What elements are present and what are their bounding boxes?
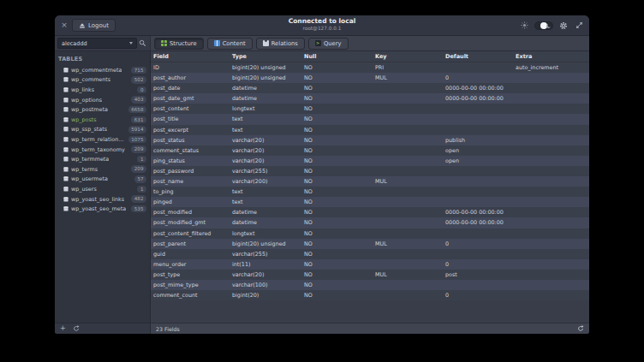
table-name: wp_yoast_seo_meta (71, 205, 126, 212)
field-row[interactable]: to_ping text NO (151, 187, 589, 197)
table-name: wp_terms (71, 166, 98, 173)
eject-icon (79, 22, 86, 29)
field-row[interactable]: comment_status varchar(20) NO open (151, 145, 589, 156)
row-count-badge: 403 (131, 96, 146, 104)
sun-icon (519, 21, 529, 31)
table-list-item[interactable]: wp_terms 209 (55, 164, 150, 175)
field-row[interactable]: post_password varchar(255) NO (151, 166, 589, 176)
default-cell: post (443, 270, 513, 280)
key-cell: MUL (373, 239, 443, 249)
table-name: wp_term_taxonomy (71, 146, 125, 153)
dark-mode-toggle[interactable] (534, 21, 553, 30)
table-name: wp_options (71, 97, 102, 104)
empty-area (151, 300, 589, 323)
field-row[interactable]: pinged text NO (151, 197, 589, 207)
row-count-badge: 1075 (128, 136, 146, 144)
table-icon (63, 107, 69, 112)
table-list-item[interactable]: wp_links 0 (55, 85, 150, 95)
table-list-item[interactable]: wp_usermeta 57 (55, 175, 150, 185)
null-cell: NO (301, 217, 373, 228)
tab-label: Content (223, 40, 246, 47)
view-tab[interactable]: Content (207, 38, 253, 50)
search-icon (139, 39, 146, 47)
table-list-item[interactable]: wp_users 1 (55, 184, 150, 194)
default-cell (443, 176, 513, 187)
window-close-button[interactable]: × (60, 21, 69, 29)
field-row[interactable]: post_date_gmt datetime NO 0000-00-00 00:… (151, 93, 589, 104)
field-row[interactable]: post_modified datetime NO 0000-00-00 00:… (151, 207, 589, 217)
table-list-item[interactable]: wp_term_taxonomy 209 (55, 145, 150, 155)
type-cell: datetime (230, 83, 301, 93)
extra-cell (513, 104, 589, 114)
type-cell: text (230, 114, 301, 124)
table-list-item[interactable]: wp_posts 631 (55, 115, 150, 125)
content-icon (214, 40, 220, 46)
logout-button[interactable]: Logout (72, 19, 116, 32)
table-list-item[interactable]: wp_yoast_seo_links 482 (55, 194, 150, 205)
field-name-cell: post_content (151, 104, 230, 114)
field-row[interactable]: post_content_filtered longtext NO (151, 228, 589, 239)
database-selector[interactable]: alecaddd (57, 38, 137, 49)
field-row[interactable]: post_parent bigint(20) unsigned NO MUL 0 (151, 239, 589, 249)
view-tab[interactable]: Query (308, 38, 349, 50)
refresh-structure-icon[interactable] (577, 325, 584, 332)
table-list-item[interactable]: wp_comments 502 (55, 75, 150, 86)
null-cell: NO (301, 187, 373, 197)
search-tables-button[interactable] (137, 38, 147, 49)
table-list-item[interactable]: wp_commentmeta 715 (55, 65, 150, 75)
view-tab[interactable]: Structure (154, 38, 204, 50)
column-header: Key (373, 51, 443, 62)
settings-gear-icon[interactable] (558, 21, 569, 31)
type-cell: varchar(255) (230, 166, 301, 176)
table-icon (63, 127, 69, 132)
type-cell: varchar(100) (230, 280, 301, 290)
field-name-cell: comment_count (151, 290, 230, 300)
key-cell (373, 249, 443, 259)
table-icon (63, 167, 69, 172)
table-list-item[interactable]: wp_termmeta 1 (55, 154, 150, 164)
field-name-cell: post_modified_gmt (151, 217, 230, 228)
field-row[interactable]: post_mime_type varchar(100) NO (151, 280, 589, 290)
key-cell (373, 187, 443, 197)
field-row[interactable]: post_author bigint(20) unsigned NO MUL 0 (151, 73, 589, 83)
default-cell: 0000-00-00 00:00:00 (443, 93, 513, 104)
table-list-item[interactable]: wp_options 403 (55, 95, 150, 105)
field-row[interactable]: post_excerpt text NO (151, 125, 589, 135)
table-list-item[interactable]: wp_term_relationships 1075 (55, 134, 150, 145)
field-row[interactable]: menu_order int(11) NO 0 (151, 259, 589, 270)
view-tab[interactable]: Relations (256, 38, 305, 50)
key-cell (373, 228, 443, 239)
field-row[interactable]: post_date datetime NO 0000-00-00 00:00:0… (151, 83, 589, 93)
type-cell: longtext (230, 104, 301, 114)
field-row[interactable]: post_modified_gmt datetime NO 0000-00-00… (151, 217, 589, 228)
table-icon (63, 206, 69, 211)
null-cell: NO (301, 114, 373, 124)
null-cell: NO (301, 104, 373, 114)
fullscreen-expand-icon[interactable] (574, 21, 584, 31)
field-row[interactable]: ping_status varchar(20) NO open (151, 156, 589, 166)
table-list-item[interactable]: wp_yoast_seo_meta 535 (55, 204, 150, 214)
default-cell (443, 228, 513, 239)
field-row[interactable]: post_title text NO (151, 114, 589, 124)
key-cell (373, 83, 443, 93)
add-table-icon[interactable]: + (60, 325, 66, 332)
default-cell (443, 125, 513, 135)
field-row[interactable]: post_name varchar(200) NO MUL (151, 176, 589, 187)
field-row[interactable]: comment_count bigint(20) NO 0 (151, 290, 589, 300)
field-row[interactable]: post_status varchar(20) NO publish (151, 135, 589, 145)
titlebar: × Logout Connected to local root@127.0.0… (55, 15, 589, 36)
field-row[interactable]: post_content longtext NO (151, 104, 589, 114)
table-list-item[interactable]: wp_ssp_stats 5914 (55, 125, 150, 135)
extra-cell (513, 249, 589, 259)
refresh-tables-icon[interactable] (73, 325, 80, 332)
field-row[interactable]: ID bigint(20) unsigned NO PRI auto_incre… (151, 62, 589, 73)
connection-subtitle: root@127.0.0.1 (289, 26, 356, 32)
table-list-item[interactable]: wp_postmeta 6658 (55, 104, 150, 115)
key-cell (373, 145, 443, 156)
null-cell: NO (301, 270, 373, 280)
field-row[interactable]: post_type varchar(20) NO MUL post (151, 270, 589, 280)
view-tabs: Structure Content Relations Query (151, 36, 352, 50)
row-count-badge: 1 (137, 186, 146, 193)
field-name-cell: post_content_filtered (151, 228, 230, 239)
field-row[interactable]: guid varchar(255) NO (151, 249, 589, 259)
